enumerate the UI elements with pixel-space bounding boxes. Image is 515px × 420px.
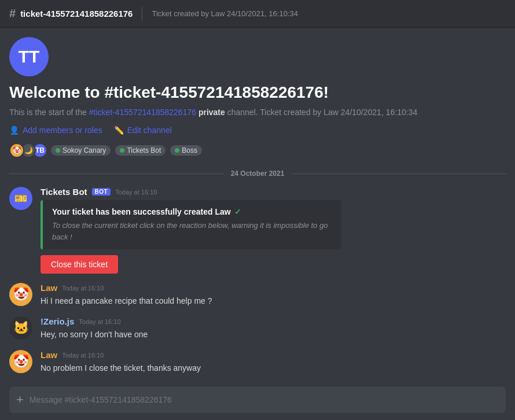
top-bar: # ticket-415572141858226176 Ticket creat…	[0, 0, 515, 28]
welcome-icon: TT	[9, 37, 49, 76]
zerio-message-content: !Zerio.js Today at 16:10 Hey, no sorry I…	[41, 316, 506, 341]
avatar-icon-law: 🤡	[13, 287, 29, 302]
message-input[interactable]	[30, 389, 499, 411]
channel-description: Ticket created by Law 24/10/2021, 16:10:…	[152, 9, 297, 18]
embed-title-text: Your ticket has been successfully create…	[52, 207, 231, 216]
channel-link: #ticket-415572141858226176	[89, 108, 196, 117]
zerio-message-text: Hey, no sorry I don't have one	[41, 329, 506, 341]
separator-line-right	[291, 174, 506, 174]
edit-icon: ✏️	[114, 126, 124, 135]
message-law-2: 🤡 Law Today at 16:10 No problem I close …	[9, 350, 506, 374]
bot-author-name: Tickets Bot	[41, 187, 87, 197]
members-row: 🤡 🌙 TB Sokoy Canary Tickets Bot Boss	[9, 143, 506, 158]
member-avatars: 🤡 🌙 TB	[9, 143, 44, 158]
message-input-box: +	[9, 386, 506, 413]
edit-channel-link[interactable]: ✏️ Edit channel	[114, 126, 172, 135]
avatar-sokoy: 🤡	[9, 143, 24, 158]
bot-badge: BOT	[92, 188, 111, 196]
badge-label-boss: Boss	[182, 146, 197, 154]
avatar-law-1: 🤡	[9, 283, 32, 306]
avatar-icon-law-2: 🤡	[13, 354, 29, 369]
law-timestamp-2: Today at 16:10	[62, 352, 104, 359]
welcome-icon-text: TT	[19, 47, 40, 67]
separator-line-left	[9, 174, 224, 174]
action-links: 👤 Add members or roles ✏️ Edit channel	[9, 126, 506, 135]
messages-area: TT Welcome to #ticket-415572141858226176…	[0, 28, 515, 380]
add-members-link[interactable]: 👤 Add members or roles	[9, 126, 102, 135]
top-bar-divider	[142, 7, 142, 21]
close-ticket-button[interactable]: Close this ticket	[41, 255, 118, 274]
bot-embed: Your ticket has been successfully create…	[41, 200, 341, 249]
message-tickets-bot: 🎫 Tickets Bot BOT Today at 16:10 Your ti…	[9, 187, 506, 274]
bot-timestamp: Today at 16:10	[115, 189, 157, 196]
member-badge-boss: Boss	[170, 145, 202, 156]
desc-bold: private	[198, 108, 225, 117]
zerio-message-header: !Zerio.js Today at 16:10	[41, 316, 506, 326]
law-message-1-content: Law Today at 16:10 Hi I need a pancake r…	[41, 283, 506, 307]
law-author-2: Law	[41, 350, 57, 360]
avatar-tickets-bot-msg: 🎫	[9, 187, 32, 210]
channel-name: ticket-415572141858226176	[20, 9, 133, 19]
badge-label-sokoy: Sokoy Canary	[62, 146, 106, 154]
bot-message-header: Tickets Bot BOT Today at 16:10	[41, 187, 506, 197]
add-members-icon: 👤	[9, 126, 19, 135]
add-attachment-icon[interactable]: +	[16, 386, 24, 413]
welcome-title: Welcome to #ticket-415572141858226176!	[9, 83, 506, 102]
add-members-label: Add members or roles	[23, 126, 102, 135]
law-message-2-text: No problem I close the ticket, thanks an…	[41, 362, 506, 374]
message-input-area: +	[0, 380, 515, 420]
law-message-1-header: Law Today at 16:10	[41, 283, 506, 293]
checkmark-icon: ✓	[234, 207, 241, 216]
law-timestamp-1: Today at 16:10	[62, 285, 104, 292]
edit-channel-label: Edit channel	[127, 126, 172, 135]
zerio-timestamp: Today at 16:10	[79, 318, 120, 325]
date-separator: 24 October 2021	[9, 170, 506, 178]
embed-description: To close the current ticket click on the…	[52, 220, 332, 242]
avatar-zerio: 🐱	[9, 316, 32, 340]
hash-icon: #	[9, 7, 16, 20]
avatar-icon-bot: 🎫	[14, 192, 27, 205]
law-message-2-content: Law Today at 16:10 No problem I close th…	[41, 350, 506, 374]
desc-prefix: This is the start of the	[9, 108, 89, 117]
badge-label-tickets: Tickets Bot	[127, 146, 161, 154]
date-separator-text: 24 October 2021	[231, 170, 285, 178]
law-author-1: Law	[41, 283, 57, 293]
content-area: TT Welcome to #ticket-415572141858226176…	[0, 28, 515, 420]
avatar-icon-zerio: 🐱	[13, 320, 29, 336]
law-message-1-text: Hi I need a pancake recipe that could he…	[41, 295, 506, 307]
member-badge-tickets-bot: Tickets Bot	[115, 145, 165, 156]
welcome-description: This is the start of the #ticket-4155721…	[9, 106, 506, 119]
avatar-law-2: 🤡	[9, 350, 32, 373]
embed-title: Your ticket has been successfully create…	[52, 207, 332, 216]
desc-suffix: channel. Ticket created by Law 24/10/202…	[225, 108, 417, 117]
bot-message-content: Tickets Bot BOT Today at 16:10 Your tick…	[41, 187, 506, 274]
law-message-2-header: Law Today at 16:10	[41, 350, 506, 360]
message-law-1: 🤡 Law Today at 16:10 Hi I need a pancake…	[9, 283, 506, 307]
member-badge-sokoy: Sokoy Canary	[51, 145, 111, 156]
zerio-author: !Zerio.js	[41, 316, 74, 326]
message-zerio: 🐱 !Zerio.js Today at 16:10 Hey, no sorry…	[9, 316, 506, 341]
